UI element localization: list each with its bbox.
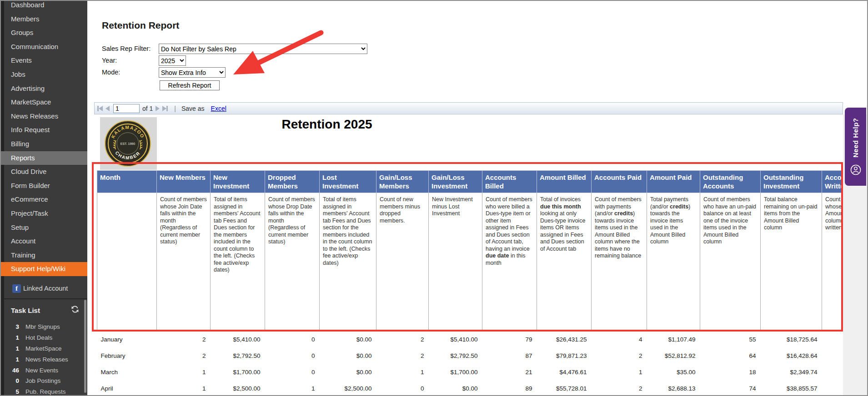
col-header-amount-paid: Amount Paid — [647, 171, 700, 193]
task-count: 5 — [1, 388, 19, 395]
svg-text:EST. 1990: EST. 1990 — [120, 142, 135, 145]
task-count: 1 — [1, 356, 19, 363]
month-cell: January — [97, 332, 157, 348]
task-label: News Releases — [25, 356, 68, 363]
refresh-icon[interactable] — [71, 305, 79, 315]
col-desc-accounts-written-off: Count of members whose items in the Amou… — [822, 193, 843, 332]
col-desc-outstanding-investment: Total balance remaining on un-paid items… — [761, 193, 822, 332]
col-desc-dropped-members: Count of members whose Drop Date falls w… — [265, 193, 320, 332]
help-person-icon — [850, 164, 862, 178]
col-desc-gain-loss-investment: New Investment minus Lost Investment — [429, 193, 482, 332]
sidebar-item-communication[interactable]: Communication — [1, 40, 87, 54]
need-help-tab[interactable]: Need Help? — [845, 108, 866, 186]
col-header-gain-loss-members: Gain/Loss Members — [376, 171, 429, 193]
col-header-new-members: New Members — [157, 171, 211, 193]
task-item-mbr-signups[interactable]: 3 Mbr Signups — [1, 322, 87, 332]
task-list-title: Task List — [11, 307, 40, 314]
task-item-marketspace[interactable]: 1 MarketSpace — [1, 343, 87, 354]
col-header-outstanding-accounts: Outstanding Accounts — [700, 171, 761, 193]
task-item-new-events[interactable]: 46 New Events — [1, 365, 87, 376]
year-select[interactable]: 2025 — [159, 55, 186, 66]
month-cell: February — [97, 348, 157, 364]
sidebar-item-events[interactable]: Events — [1, 54, 87, 68]
app-window: Dashboard Members Groups Communication E… — [0, 0, 868, 396]
task-count: 46 — [1, 367, 19, 374]
col-desc-outstanding-accounts: Count of members who have an un-paid bal… — [700, 193, 761, 332]
sidebar-item-news-releases[interactable]: News Releases — [1, 109, 87, 124]
sidebar-item-support-help-wiki[interactable]: Support Help/Wiki — [1, 262, 87, 276]
task-count: 3 — [1, 323, 19, 330]
col-header-dropped-members: Dropped Members — [265, 171, 320, 193]
task-item-news-releases[interactable]: 1 News Releases — [1, 354, 87, 365]
report-viewer: KALAMAZOO CHAMBER EST. 1990 Retention 20… — [94, 114, 843, 396]
page-count-label: of 1 — [142, 105, 153, 112]
sidebar-item-project-task[interactable]: Project/Task — [1, 207, 87, 221]
col-header-amount-billed: Amount Billed — [537, 171, 592, 193]
sidebar-item-advertising[interactable]: Advertising — [1, 82, 87, 96]
col-desc-amount-paid: Total payments (and/or credits) towards … — [647, 193, 700, 332]
chamber-logo: KALAMAZOO CHAMBER EST. 1990 — [100, 117, 157, 170]
mode-select[interactable]: Show Extra Info — [159, 67, 226, 78]
col-header-accounts-billed: Accounts Billed — [482, 171, 537, 193]
prev-page-icon[interactable] — [105, 106, 110, 111]
col-header-accounts-written-off: Accounts Written Off — [822, 171, 843, 193]
sidebar-item-linked-account[interactable]: f Linked Account — [1, 282, 87, 294]
table-row-february: February 2 $2,792.50 0 $0.00 2 $2,792.50… — [97, 348, 843, 364]
sidebar-item-info-request[interactable]: Info Request — [1, 123, 87, 137]
mode-filter-label: Mode: — [102, 69, 120, 76]
page-number-input[interactable] — [113, 104, 140, 113]
table-row-march: March 1 $1,700.00 0 $0.00 1 $1,700.00 21… — [97, 364, 843, 381]
task-count: 1 — [1, 334, 19, 341]
task-item-hot-deals[interactable]: 1 Hot Deals — [1, 332, 87, 343]
sidebar-item-jobs[interactable]: Jobs — [1, 68, 87, 82]
sidebar-item-dashboard[interactable]: Dashboard — [1, 0, 87, 12]
sales-rep-filter-select[interactable]: Do Not Filter by Sales Rep — [159, 44, 367, 54]
task-label: Pub. Requests — [25, 388, 66, 395]
first-page-icon[interactable] — [97, 106, 103, 111]
task-label: Mbr Signups — [25, 323, 60, 330]
sidebar-item-reports[interactable]: Reports — [1, 151, 87, 165]
sidebar-item-setup[interactable]: Setup — [1, 221, 87, 235]
next-page-icon[interactable] — [156, 106, 160, 111]
task-item-job-postings[interactable]: 0 Job Postings — [1, 376, 87, 386]
retention-table: Month New Members New Investment Dropped… — [97, 170, 843, 396]
sidebar-item-members[interactable]: Members — [1, 12, 87, 26]
refresh-report-button[interactable]: Refresh Report — [160, 80, 220, 90]
need-help-label: Need Help? — [852, 114, 859, 161]
task-label: New Events — [25, 367, 58, 374]
col-desc-month — [97, 193, 157, 332]
sidebar-scrollbar[interactable] — [84, 300, 86, 393]
table-row-january: January 2 $5,410.00 0 $0.00 2 $5,410.00 … — [97, 332, 843, 348]
col-header-month: Month — [97, 171, 157, 193]
task-list: 3 Mbr Signups 1 Hot Deals 1 MarketSpace … — [1, 322, 87, 396]
linked-account-label: Linked Account — [23, 285, 68, 292]
year-filter-label: Year: — [102, 57, 117, 64]
task-label: Hot Deals — [25, 334, 52, 341]
page-title: Retention Report — [102, 20, 179, 31]
sidebar-item-account[interactable]: Account — [1, 234, 87, 248]
task-item-pub-requests[interactable]: 5 Pub. Requests — [1, 386, 87, 396]
sidebar-item-training[interactable]: Training — [1, 248, 87, 262]
sidebar-item-billing[interactable]: Billing — [1, 137, 87, 151]
table-header-row: Month New Members New Investment Dropped… — [97, 171, 843, 193]
col-desc-gain-loss-members: Count of new members minus dropped membe… — [376, 193, 429, 332]
toolbar-separator: | — [174, 105, 176, 112]
sidebar: Dashboard Members Groups Communication E… — [1, 1, 87, 396]
task-label: MarketSpace — [25, 345, 62, 352]
col-desc-accounts-paid: Count of members with payments (and/or c… — [592, 193, 647, 332]
sidebar-item-form-builder[interactable]: Form Builder — [1, 179, 87, 193]
sidebar-item-ecommerce[interactable]: eCommerce — [1, 193, 87, 207]
report-toolbar: of 1 | Save as Excel — [94, 102, 843, 114]
sidebar-item-cloud-drive[interactable]: Cloud Drive — [1, 165, 87, 179]
col-header-gain-loss-investment: Gain/Loss Investment — [429, 171, 482, 193]
col-desc-new-members: Count of members whose Join Date falls w… — [157, 193, 211, 332]
sidebar-item-groups[interactable]: Groups — [1, 26, 87, 40]
last-page-icon[interactable] — [162, 106, 168, 111]
sidebar-divider — [1, 298, 87, 299]
col-header-accounts-paid: Accounts Paid — [592, 171, 647, 193]
col-header-outstanding-investment: Outstanding Investment — [761, 171, 822, 193]
sidebar-item-marketspace[interactable]: MarketSpace — [1, 95, 87, 109]
chamber-logo-badge: KALAMAZOO CHAMBER EST. 1990 — [104, 120, 151, 167]
save-as-excel-link[interactable]: Excel — [211, 105, 226, 112]
col-desc-lost-investment: Total of items assigned in members' Acco… — [320, 193, 376, 332]
